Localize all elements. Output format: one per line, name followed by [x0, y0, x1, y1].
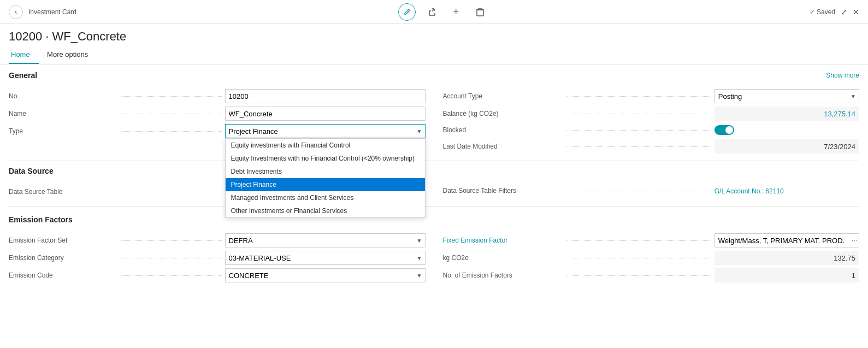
share-button[interactable] — [424, 4, 440, 20]
show-more-button[interactable]: Show more — [826, 72, 859, 79]
field-balance: Balance (kg CO2e) — [443, 105, 860, 122]
delete-button[interactable] — [473, 4, 488, 20]
no-ef-value — [715, 268, 859, 282]
field-type-value: ▼ Equity investments with Financial Cont… — [225, 124, 426, 138]
emission-left-col: Emission Factor Set DEFRA ▼ Emission Cat… — [9, 232, 434, 284]
top-bar-right: ✓ Saved ⤢ ✕ — [810, 8, 859, 16]
general-divider — [9, 161, 859, 161]
field-no-label: No. — [9, 92, 118, 100]
name-input[interactable] — [225, 107, 426, 121]
emission-code-value: CONCRETE ▼ — [225, 268, 426, 282]
add-button[interactable]: + — [448, 4, 464, 20]
dropdown-item-equity-no-control[interactable]: Equity Investments with no Financial Con… — [226, 152, 425, 165]
blocked-toggle-wrapper — [715, 125, 859, 135]
field-no-value — [225, 89, 426, 103]
top-bar: ‹ Investment Card + ✓ Saved ⤢ ✕ — [0, 0, 868, 24]
emission-category-value: 03-MATERIAL-USE ▼ — [225, 251, 426, 265]
data-source-filters-text[interactable]: G/L Account No.: 62110 — [715, 187, 784, 195]
top-bar-center: + — [398, 3, 488, 21]
emission-factors-header: Emission Factors — [9, 215, 859, 226]
field-account-type: Account Type Posting ▼ — [443, 87, 860, 105]
data-source-title: Data Source — [9, 167, 54, 175]
ef-set-wrapper: DEFRA ▼ — [225, 233, 426, 247]
emission-factor-set-value: DEFRA ▼ — [225, 233, 426, 247]
kg-co2e-input — [715, 251, 859, 265]
fixed-ef-value: ··· — [715, 233, 859, 247]
toggle-knob — [725, 126, 733, 134]
emission-category-label: Emission Category — [9, 254, 118, 262]
ecode-wrapper: CONCRETE ▼ — [225, 268, 426, 282]
fixed-ef-wrapper: ··· — [715, 233, 859, 247]
fixed-ef-input[interactable] — [715, 233, 859, 247]
data-source-section-header: Data Source — [9, 167, 859, 178]
balance-label: Balance (kg CO2e) — [443, 110, 563, 117]
saved-label: ✓ Saved — [810, 8, 835, 16]
kg-co2e-value — [715, 251, 859, 265]
field-data-source-filters: Data Source Table Filters G/L Account No… — [443, 183, 860, 198]
general-section-title: General — [9, 71, 37, 80]
data-source-filters-label: Data Source Table Filters — [443, 187, 563, 194]
data-source-right-col: Data Source Table Filters G/L Account No… — [434, 183, 860, 200]
emission-factors-section: Emission Factors Emission Factor Set DEF… — [9, 215, 859, 284]
fixed-ef-label: Fixed Emission Factor — [443, 237, 563, 244]
dropdown-item-equity-control[interactable]: Equity investments with Financial Contro… — [226, 139, 425, 152]
dropdown-item-managed[interactable]: Managed Investments and Client Services — [226, 191, 425, 204]
tab-home[interactable]: Home — [9, 46, 39, 64]
field-kg-co2e: kg CO2e — [443, 249, 860, 267]
balance-value — [715, 107, 859, 121]
account-type-value: Posting ▼ — [715, 89, 859, 103]
emission-factors-title: Emission Factors — [9, 215, 73, 224]
last-date-value — [715, 139, 859, 154]
type-select[interactable] — [225, 124, 426, 138]
field-emission-code: Emission Code CONCRETE ▼ — [9, 267, 426, 284]
blocked-toggle[interactable] — [715, 125, 734, 135]
expand-button[interactable]: ⤢ — [841, 8, 847, 16]
emission-category-select[interactable]: 03-MATERIAL-USE — [225, 251, 426, 265]
collapse-button[interactable]: ✕ — [853, 8, 859, 16]
svg-rect-0 — [477, 10, 483, 16]
last-date-input — [715, 139, 859, 154]
emission-fields-grid: Emission Factor Set DEFRA ▼ Emission Cat… — [9, 232, 859, 284]
page-title: 10200 · WF_Concrete — [0, 24, 868, 46]
field-no-emission-factors: No. of Emission Factors — [443, 267, 860, 284]
tab-more-options[interactable]: More options — [45, 46, 97, 64]
no-ef-label: No. of Emission Factors — [443, 272, 563, 279]
last-date-label: Last Date Modified — [443, 143, 563, 150]
kg-co2e-label: kg CO2e — [443, 254, 563, 262]
data-source-table-label: Data Source Table — [9, 188, 118, 196]
dropdown-item-debt[interactable]: Debt Investments — [226, 165, 425, 178]
field-blocked: Blocked — [443, 122, 860, 138]
data-source-divider — [9, 206, 859, 207]
field-last-date-modified: Last Date Modified — [443, 138, 860, 155]
field-emission-factor-set: Emission Factor Set DEFRA ▼ — [9, 232, 426, 249]
emission-factor-set-select[interactable]: DEFRA — [225, 233, 426, 247]
dropdown-item-project-finance[interactable]: Project Finance — [226, 178, 425, 191]
tabs-bar: Home | More options — [0, 46, 868, 64]
field-emission-category: Emission Category 03-MATERIAL-USE ▼ — [9, 249, 426, 267]
balance-input — [715, 107, 859, 121]
breadcrumb: Investment Card — [28, 8, 76, 16]
field-name: Name — [9, 105, 426, 122]
back-button[interactable]: ‹ — [9, 5, 23, 19]
emission-code-label: Emission Code — [9, 272, 118, 279]
blocked-value — [715, 125, 859, 135]
emission-factor-set-label: Emission Factor Set — [9, 237, 118, 244]
emission-code-select[interactable]: CONCRETE — [225, 268, 426, 282]
ec-wrapper: 03-MATERIAL-USE ▼ — [225, 251, 426, 265]
field-type-label: Type — [9, 127, 118, 135]
general-fields-grid: No. Name Type — [9, 87, 859, 155]
type-select-wrapper: ▼ Equity investments with Financial Cont… — [225, 124, 426, 138]
account-type-wrapper: Posting ▼ — [715, 89, 859, 103]
general-left-col: No. Name Type — [9, 87, 434, 155]
top-bar-left: ‹ Investment Card — [9, 5, 76, 19]
account-type-label: Account Type — [443, 92, 563, 100]
dropdown-item-other[interactable]: Other Investments or Financial Services — [226, 204, 425, 217]
account-type-select[interactable]: Posting — [715, 89, 859, 103]
edit-button[interactable] — [398, 3, 416, 21]
field-no: No. — [9, 87, 426, 105]
fixed-ef-ellipsis-button[interactable]: ··· — [849, 237, 859, 244]
field-fixed-emission-factor: Fixed Emission Factor ··· — [443, 232, 860, 249]
no-input[interactable] — [225, 89, 426, 103]
general-right-col: Account Type Posting ▼ Balance (kg CO2e) — [434, 87, 860, 155]
field-type: Type ▼ Equity investments with Financial… — [9, 122, 426, 140]
